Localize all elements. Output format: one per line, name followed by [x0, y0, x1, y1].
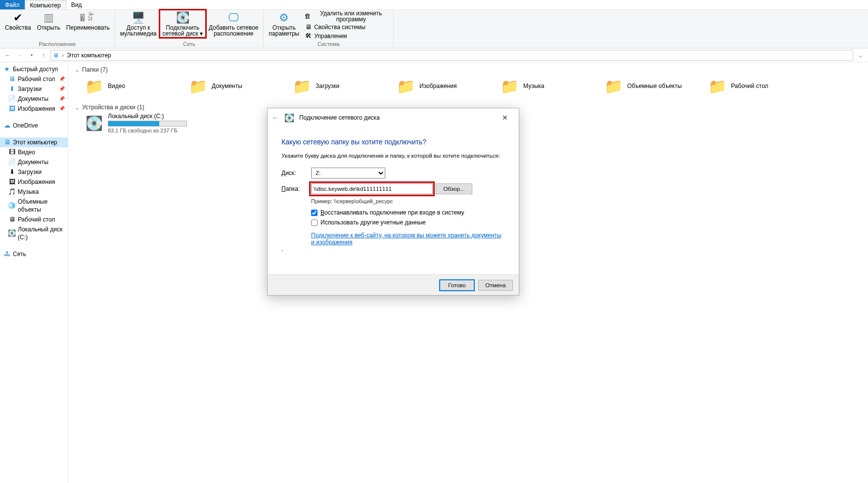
- documents-icon: 📄: [8, 95, 16, 103]
- tab-computer[interactable]: Компьютер: [25, 0, 66, 9]
- folder-icon: 📁: [397, 77, 414, 95]
- folder-label: Объемные объекты: [627, 83, 682, 89]
- ribbon-add-network-location[interactable]: 🖵 Добавить сетевое расположение: [206, 10, 261, 38]
- section-folders[interactable]: ⌄ Папки (7): [75, 64, 861, 75]
- nav-documents[interactable]: 📄Документы📌: [0, 94, 68, 104]
- folder-videos[interactable]: 📁Видео: [85, 77, 174, 95]
- pictures-icon: 🖼: [8, 105, 16, 113]
- folder-icon: 📁: [501, 77, 518, 95]
- folder-label: Музыка: [523, 83, 544, 89]
- nav-label: OneDrive: [13, 122, 38, 130]
- nav-label: Этот компьютер: [13, 138, 57, 146]
- folder-pictures[interactable]: 📁Изображения: [397, 77, 486, 95]
- ribbon-rename[interactable]: �និ Переименовать: [63, 10, 113, 32]
- ribbon-uninstall-program[interactable]: 🗑 Удалить или изменить программу: [302, 10, 391, 23]
- browse-button[interactable]: Обзор...: [436, 183, 472, 194]
- nav-network[interactable]: 🖧Сеть: [0, 249, 68, 259]
- reconnect-checkbox[interactable]: Восстанавливать подключение при входе в …: [311, 209, 505, 216]
- nav-label: Документы: [18, 158, 48, 166]
- back-icon[interactable]: ←: [272, 113, 279, 122]
- tab-file[interactable]: Файл: [0, 0, 25, 9]
- nav-desktop-2[interactable]: 🖥Рабочий стол: [0, 215, 68, 224]
- ribbon-group-network: 🖥️ Доступ к мультимедиа 💽 Подключить сет…: [115, 10, 264, 48]
- nav-downloads[interactable]: ⬇Загрузки📌: [0, 84, 68, 94]
- cancel-button[interactable]: Отмена: [478, 280, 513, 291]
- nav-label: Загрузки: [18, 168, 42, 176]
- path-segment: Этот компьютер: [67, 52, 111, 59]
- nav-recent[interactable]: ▾: [27, 50, 37, 60]
- ribbon-system-properties[interactable]: 🖥 Свойства системы: [302, 23, 391, 32]
- folder-path-input[interactable]: [311, 183, 433, 194]
- other-credentials-checkbox[interactable]: Использовать другие учетные данные: [311, 219, 505, 226]
- add-location-icon: 🖵: [226, 11, 241, 25]
- drive-letter-select[interactable]: Z:: [311, 168, 385, 178]
- computer-icon: 🖥: [3, 138, 11, 146]
- nav-forward[interactable]: →: [15, 50, 25, 60]
- connect-website-link[interactable]: Подключение к веб-сайту, на котором вы м…: [311, 232, 505, 246]
- other-credentials-checkbox-input[interactable]: [311, 220, 318, 226]
- nav-quick-access[interactable]: ★ Быстрый доступ: [0, 64, 68, 74]
- music-icon: 🎵: [8, 188, 16, 196]
- ribbon-label: Переименовать: [66, 25, 110, 31]
- ribbon-group-location: ✔ Свойства ▥ Открыть �និ Переименовать Р…: [0, 10, 115, 48]
- desktop-icon: 🖥: [8, 75, 16, 83]
- nav-3d-objects[interactable]: 🧊Объемные объекты: [0, 197, 68, 215]
- uninstall-icon: 🗑: [304, 12, 311, 20]
- folder-documents[interactable]: 📁Документы: [189, 77, 278, 95]
- nav-videos[interactable]: 🎞Видео: [0, 147, 68, 157]
- folder-downloads[interactable]: 📁Загрузки: [293, 77, 382, 95]
- folder-desktop[interactable]: 📁Рабочий стол: [708, 77, 797, 95]
- folder-3d-objects[interactable]: 📁Объемные объекты: [604, 77, 693, 95]
- ribbon-properties[interactable]: ✔ Свойства: [2, 10, 34, 32]
- nav-desktop[interactable]: 🖥Рабочий стол📌: [0, 74, 68, 84]
- map-network-drive-dialog: ← 💽 Подключение сетевого диска ✕ Какую с…: [267, 108, 519, 296]
- ribbon-open[interactable]: ▥ Открыть: [34, 10, 63, 32]
- nav-downloads-2[interactable]: ⬇Загрузки: [0, 167, 68, 177]
- star-icon: ★: [3, 65, 11, 73]
- gear-icon: ⚙: [276, 11, 292, 25]
- nav-back[interactable]: ←: [3, 50, 13, 60]
- open-icon: ▥: [41, 11, 56, 25]
- folder-label: Загрузки: [316, 83, 339, 89]
- ribbon-media-access[interactable]: 🖥️ Доступ к мультимедиа: [117, 10, 160, 38]
- computer-icon: 🖥: [53, 52, 59, 59]
- dialog-title: Подключение сетевого диска: [299, 114, 380, 121]
- nav-music[interactable]: 🎵Музыка: [0, 187, 68, 197]
- chevron-down-icon: ⌄: [75, 67, 79, 73]
- nav-label: Рабочий стол: [18, 216, 55, 223]
- ribbon-label: Удалить или изменить программу: [313, 10, 389, 22]
- nav-onedrive[interactable]: ☁OneDrive: [0, 121, 68, 131]
- address-path[interactable]: 🖥 › Этот компьютер: [50, 50, 853, 61]
- close-button[interactable]: ✕: [495, 111, 515, 125]
- ribbon-open-settings[interactable]: ⚙ Открыть параметры: [266, 10, 302, 38]
- nav-pictures[interactable]: 🖼Изображения📌: [0, 104, 68, 114]
- pin-icon: 📌: [59, 95, 65, 103]
- documents-icon: 📄: [8, 158, 16, 166]
- ribbon-label: Открыть параметры: [269, 25, 299, 37]
- nav-label: Объемные объекты: [18, 198, 65, 214]
- ribbon-label: Открыть: [37, 25, 60, 31]
- downloads-icon: ⬇: [8, 85, 16, 93]
- menubar: Файл Компьютер Вид: [0, 0, 868, 10]
- ribbon-manage[interactable]: 🛠 Управление: [302, 32, 391, 41]
- reconnect-checkbox-input[interactable]: [311, 210, 318, 216]
- example-text: Пример: \\сервер\общий_ресурс: [311, 198, 505, 204]
- nav-local-disk[interactable]: 💽Локальный диск (C:): [0, 224, 68, 242]
- folder-music[interactable]: 📁Музыка: [501, 77, 590, 95]
- tab-view[interactable]: Вид: [66, 0, 87, 9]
- nav-this-pc[interactable]: 🖥Этот компьютер: [0, 137, 68, 147]
- checkmark-icon: ✔: [10, 11, 26, 25]
- nav-label: Изображения: [18, 105, 55, 113]
- videos-icon: 🎞: [8, 148, 16, 156]
- nav-pictures-2[interactable]: 🖼Изображения: [0, 177, 68, 187]
- pin-icon: 📌: [59, 75, 65, 83]
- nav-documents-2[interactable]: 📄Документы: [0, 157, 68, 167]
- address-dropdown[interactable]: ⌵: [855, 52, 865, 59]
- nav-label: Загрузки: [18, 85, 42, 93]
- nav-up[interactable]: ↑: [39, 50, 48, 60]
- folder-label: Рабочий стол: [731, 83, 768, 89]
- finish-button[interactable]: Готово: [440, 280, 474, 291]
- ribbon-map-network-drive[interactable]: 💽 Подключить сетевой диск ▾: [160, 10, 206, 38]
- downloads-icon: ⬇: [8, 168, 16, 176]
- manage-icon: 🛠: [304, 32, 312, 40]
